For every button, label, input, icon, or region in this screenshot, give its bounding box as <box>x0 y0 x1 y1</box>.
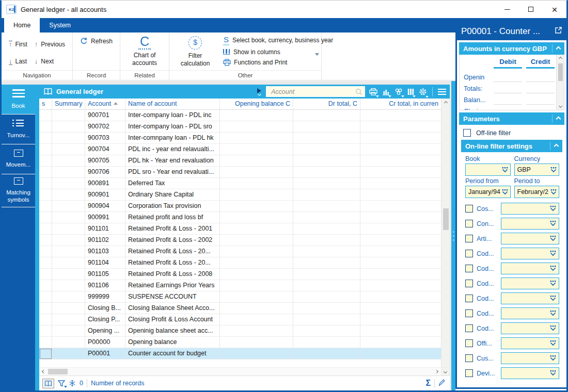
filter-checkbox[interactable] <box>465 354 473 362</box>
sidebar-item-turnov-[interactable]: Turnov... <box>2 115 35 144</box>
filter-dropdown[interactable] <box>501 277 559 289</box>
filter-checkbox[interactable] <box>465 265 473 272</box>
vertical-scroll-thumb[interactable] <box>443 208 449 230</box>
amounts-scrollbar[interactable] <box>556 55 564 110</box>
table-row[interactable]: 901102 Retained Profit & Loss - 2002 <box>39 235 441 246</box>
grouping-button[interactable] <box>394 88 403 96</box>
parameters-section-header[interactable]: Parameters <box>459 112 564 125</box>
table-row[interactable]: P00000 Opening balance <box>39 337 441 348</box>
filter-checkbox[interactable] <box>465 324 473 332</box>
scroll-up-button[interactable] <box>441 99 450 107</box>
table-row[interactable]: 900705 PDL hk - Year end revaluation <box>39 155 441 167</box>
columns-button[interactable] <box>407 88 415 96</box>
credit-value-field[interactable] <box>526 96 555 105</box>
sidebar-item-movem-[interactable]: Movem... <box>2 144 35 174</box>
column-header[interactable]: Name of account <box>125 99 220 110</box>
table-row[interactable]: 901103 Retained Profit & Loss - 20... <box>39 246 441 257</box>
refresh-button[interactable]: Refresh <box>78 36 115 46</box>
tab-system[interactable]: System <box>40 18 80 32</box>
previous-button[interactable]: ↑Previous <box>33 36 67 53</box>
table-row[interactable]: 901106 Retained Earnings Prior Years <box>39 280 441 291</box>
credit-value-field[interactable] <box>526 73 555 82</box>
table-row[interactable]: 900901 Ordinary Share Capital <box>39 189 441 201</box>
horizontal-scrollbar[interactable] <box>39 367 450 375</box>
print-grid-button[interactable] <box>369 88 378 96</box>
table-row[interactable]: 901105 Retained Profit & Loss - 2008 <box>39 269 441 280</box>
close-button[interactable]: × <box>543 1 566 18</box>
table-row[interactable]: 900904 Corporation Tax provision <box>39 201 441 212</box>
maximize-button[interactable] <box>519 1 543 18</box>
column-header[interactable]: s <box>39 99 52 110</box>
collapse-section-icon[interactable] <box>556 46 561 51</box>
filter-checkbox[interactable] <box>465 369 473 377</box>
column-header[interactable]: Cr total, in curren <box>360 99 441 110</box>
filter-calculation-button[interactable]: $ Filter calculation <box>175 34 216 70</box>
filter-dropdown[interactable] <box>501 352 559 364</box>
column-header[interactable]: Summary <box>52 99 85 110</box>
chart-of-accounts-button[interactable]: C Chart of accounts <box>125 34 164 68</box>
scroll-left-button[interactable] <box>39 368 48 375</box>
ribbon-more-caret-icon[interactable] <box>315 53 319 56</box>
table-row[interactable]: P00001 Counter account for budget <box>39 348 441 360</box>
offline-filter-checkbox[interactable] <box>463 129 471 137</box>
select-book-button[interactable]: SSelect book, currency, business year <box>221 34 335 47</box>
table-row[interactable]: Closing P... Closing Profit & Loss Accou… <box>39 314 441 325</box>
filter-checkbox[interactable] <box>465 309 473 317</box>
debit-value-field[interactable] <box>494 107 522 110</box>
column-header[interactable]: Opening balance C <box>220 99 293 110</box>
sidebar-item-book[interactable]: Book <box>2 85 35 115</box>
filter-dropdown[interactable] <box>501 322 559 334</box>
debit-value-field[interactable] <box>494 85 522 93</box>
filter-dropdown[interactable] <box>501 218 559 230</box>
amounts-section-header[interactable]: Amounts in currency GBP <box>459 42 564 55</box>
filter-dropdown[interactable] <box>501 203 559 215</box>
table-row[interactable]: 901104 Retained Profit & Loss - 20... <box>39 257 441 269</box>
filter-checkbox[interactable] <box>465 250 473 257</box>
debit-value-field[interactable] <box>494 96 522 105</box>
filter-dropdown[interactable] <box>501 263 559 274</box>
run-filter-button[interactable] <box>257 88 261 95</box>
first-button[interactable]: ↑First <box>7 36 29 53</box>
filter-dropdown[interactable] <box>501 337 559 349</box>
table-row[interactable]: 900704 PDL inc - year end relavualti... <box>39 144 441 155</box>
open-in-window-button[interactable] <box>555 26 562 37</box>
filter-checkbox[interactable] <box>465 205 473 213</box>
online-filter-header[interactable]: On-line filter settings <box>461 140 562 152</box>
minimize-button[interactable] <box>495 1 519 18</box>
book-view-toggle[interactable] <box>42 379 54 388</box>
filter-checkbox[interactable] <box>465 235 473 242</box>
table-row[interactable]: 999999 SUSPENSE ACCOUNT <box>39 291 441 303</box>
dropdown-field[interactable]: January/94 <box>465 186 511 198</box>
scroll-right-button[interactable] <box>432 368 441 375</box>
filter-checkbox[interactable] <box>465 220 473 227</box>
filter-checkbox[interactable] <box>465 339 473 347</box>
vertical-scrollbar[interactable] <box>441 99 450 367</box>
filter-dropdown[interactable] <box>501 248 559 259</box>
filter-dropdown[interactable] <box>501 233 559 244</box>
filter-checkbox[interactable] <box>465 280 473 287</box>
functions-print-button[interactable]: Functions and Print <box>221 57 335 68</box>
filter-checkbox[interactable] <box>465 295 473 302</box>
filter-dropdown[interactable] <box>501 367 559 379</box>
scroll-down-button[interactable] <box>559 102 562 110</box>
filter-dropdown[interactable] <box>501 292 559 304</box>
collapse-section-icon[interactable] <box>556 116 561 121</box>
table-row[interactable]: 900706 PDL sro - Year end revaluati... <box>39 167 441 178</box>
table-row[interactable]: 900702 Inter-company loan - PDL sro <box>39 121 441 133</box>
next-button[interactable]: ↓Next <box>33 53 67 71</box>
debit-value-field[interactable] <box>494 73 522 82</box>
table-row[interactable]: 900991 Retained profit and loss bf <box>39 212 441 223</box>
dropdown-field[interactable]: GBP <box>514 164 560 176</box>
filter-status-button[interactable] <box>58 380 65 387</box>
filter-dropdown[interactable] <box>501 307 559 319</box>
table-row[interactable]: 900703 Inter-comnpany loan - PDL hk <box>39 133 441 144</box>
search-input[interactable] <box>270 88 355 96</box>
column-header[interactable]: Dr total, C <box>293 99 360 110</box>
credit-value-field[interactable] <box>526 107 555 110</box>
sum-button[interactable]: Σ <box>425 379 431 388</box>
scroll-thumb[interactable] <box>558 63 563 81</box>
table-row[interactable]: Opening ... Openinig balance sheet acc..… <box>39 325 441 337</box>
edit-button[interactable] <box>438 379 446 388</box>
sidebar-item-matching-symbols[interactable]: Matching symbols <box>2 174 35 207</box>
frozen-records-button[interactable] <box>69 380 76 387</box>
